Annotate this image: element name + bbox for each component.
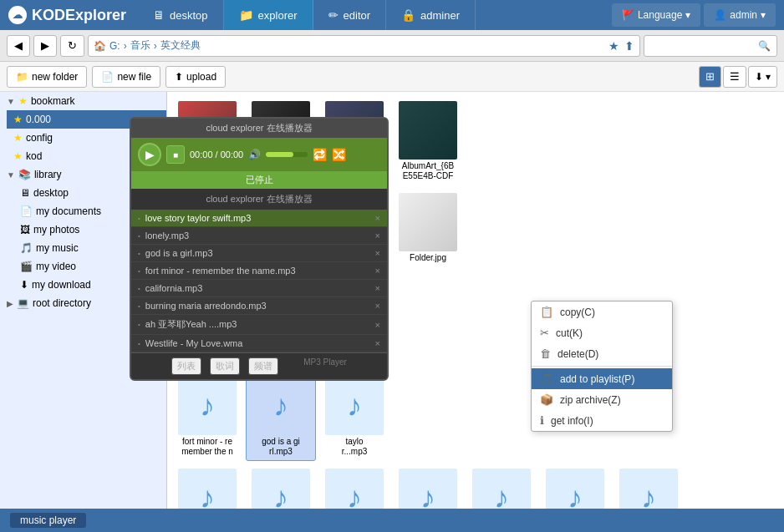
file-item-folderjpg[interactable]: Folder.jpg	[393, 189, 463, 277]
pi-dot-1: •	[138, 232, 140, 240]
pi-dot-7: •	[138, 340, 140, 347]
file-item-trouble[interactable]: ♪ trouble is a friend lenka.mp	[319, 464, 389, 509]
file-item-fortminor[interactable]: ♪ fort minor - remember the n	[172, 372, 242, 461]
sort-button[interactable]: ⬇ ▾	[748, 66, 777, 88]
pi-name-7: Westlife - My Love.wma	[145, 338, 243, 348]
player-status-text: 已停止	[246, 175, 273, 185]
ctx-delete[interactable]: 🗑 delete(D)	[532, 343, 672, 364]
stop-button[interactable]: ■	[166, 145, 185, 164]
grid-view-button[interactable]: ⊞	[699, 66, 721, 88]
info-icon: ℹ	[540, 414, 544, 427]
volume-slider[interactable]	[266, 152, 308, 157]
file-item-themass[interactable]: ♪ the mass.mp3	[246, 464, 316, 509]
file-item-prettyboy[interactable]: ♪ pretty boy.mp3	[172, 464, 242, 509]
toggle-icon: ▼	[7, 97, 15, 106]
toggle-root: ▶	[7, 299, 13, 308]
forward-button[interactable]: ▶	[33, 35, 57, 57]
new-folder-button[interactable]: 📁 new folder	[7, 66, 87, 88]
drive-path[interactable]: G:	[109, 40, 120, 52]
bookmark-star-icon: ★	[18, 95, 28, 107]
ctx-info[interactable]: ℹ get info(I)	[532, 410, 672, 431]
pi-close-3[interactable]: ×	[375, 266, 380, 276]
playlist-item-3[interactable]: • fort minor - remember the name.mp3 ×	[131, 262, 387, 280]
pi-name-6: ah 亚琴耶Yeah ....mp3	[145, 318, 237, 331]
nav-tab-editor[interactable]: ✏ editor	[313, 0, 387, 30]
player-title: cloud explorer 在线播放器	[206, 123, 312, 133]
music-note-godisagirl: ♪	[273, 388, 288, 423]
refresh-addr-icon[interactable]: ⬆	[624, 39, 634, 53]
search-icon[interactable]: 🔍	[758, 40, 771, 52]
pi-dot-3: •	[138, 267, 140, 275]
playlist-item-1[interactable]: • lonely.mp3 ×	[131, 227, 387, 245]
music-icon: 🎵	[20, 242, 33, 254]
nav-right: 🚩 Language ▾ 👤 admin ▾	[612, 3, 776, 27]
music-thumb-yesterday: ♪	[619, 469, 678, 509]
search-box[interactable]: 🔍	[644, 35, 777, 57]
desktop-icon: 🖥	[153, 8, 165, 22]
player-controls: ▶ ■ 00:00 / 00:00 🔊 🔁 🔀	[131, 138, 387, 171]
playlist-title: cloud explorer 在线播放器	[138, 193, 380, 205]
back-button[interactable]: ◀	[7, 35, 30, 57]
new-file-button[interactable]: 📄 new file	[92, 66, 160, 88]
pi-close-6[interactable]: ×	[375, 320, 380, 330]
pi-close-2[interactable]: ×	[375, 248, 380, 258]
music-player-overlay: cloud explorer 在线播放器 ▶ ■ 00:00 / 00:00 🔊…	[130, 117, 389, 381]
pi-close-0[interactable]: ×	[375, 213, 380, 223]
admin-button[interactable]: 👤 admin ▾	[704, 3, 776, 27]
playlist-item-4[interactable]: • california.mp3 ×	[131, 280, 387, 297]
cut-icon: ✂	[540, 327, 549, 339]
pi-close-1[interactable]: ×	[375, 231, 380, 241]
nav-tab-explorer[interactable]: 📁 explorer	[224, 0, 313, 30]
repeat-button[interactable]: 🔁	[313, 148, 327, 161]
pi-name-4: california.mp3	[145, 283, 202, 293]
nav-tab-adminer[interactable]: 🔒 adminer	[386, 0, 476, 30]
upload-button[interactable]: ⬆ upload	[165, 66, 226, 88]
file-item-wewillrock[interactable]: ♪ we will rock you.mp3	[466, 464, 537, 509]
ctx-zip[interactable]: 📦 zip archive(Z)	[532, 389, 672, 410]
file-item-godisagirl[interactable]: ♪ god is a girl.mp3	[246, 372, 316, 461]
ctx-info-label: get info(I)	[551, 415, 593, 427]
playlist-item-0[interactable]: • love story taylor swift.mp3 ×	[131, 210, 387, 227]
playlist-item-2[interactable]: • god is a girl.mp3 ×	[131, 245, 387, 262]
file-item-wcg[interactable]: ♪ wcg theme song.mp3	[393, 464, 463, 509]
file-row-music3: ♪ pretty boy.mp3 ♪ the mass.mp3 ♪ troubl…	[172, 464, 779, 509]
playlist-item-7[interactable]: • Westlife - My Love.wma ×	[131, 335, 387, 352]
bookmark-icon[interactable]: ★	[608, 39, 619, 53]
ctx-copy-label: copy(C)	[560, 307, 595, 318]
file-item-albumart-4[interactable]: AlbumArt_{6BE55E4B-CDF	[393, 97, 463, 185]
list-view-button[interactable]: ☰	[723, 66, 746, 88]
playlist-item-5[interactable]: • burning maria arredondo.mp3 ×	[131, 297, 387, 315]
bottom-tab-music-player[interactable]: music player	[10, 513, 86, 528]
pi-name-0: love story taylor swift.mp3	[145, 213, 252, 223]
ctx-copy[interactable]: 📋 copy(C)	[532, 301, 672, 322]
path-1[interactable]: 音乐	[130, 38, 150, 53]
language-button[interactable]: 🚩 Language ▾	[612, 3, 700, 27]
home-icon[interactable]: 🏠	[94, 40, 106, 52]
ctx-cut[interactable]: ✂ cut(K)	[532, 322, 672, 343]
playlist-item-6[interactable]: • ah 亚琴耶Yeah ....mp3 ×	[131, 315, 387, 335]
playlist-tab-button[interactable]: 列表	[171, 357, 201, 375]
file-item-whatbe[interactable]: ♪ what - be whatyou wanna.mp	[540, 464, 610, 509]
sidebar-item-bookmark[interactable]: ▼ ★ bookmark	[0, 92, 166, 110]
music-thumb-wcg: ♪	[399, 469, 457, 509]
music-thumb-fortminor: ♪	[178, 377, 237, 435]
play-button[interactable]: ▶	[138, 143, 161, 166]
spectrum-tab-button[interactable]: 频谱	[248, 357, 278, 375]
pi-close-4[interactable]: ×	[375, 283, 380, 293]
star-icon-000: ★	[13, 114, 23, 125]
file-item-taylor[interactable]: ♪ taylor...mp3	[319, 372, 389, 461]
path-2[interactable]: 英文经典	[160, 38, 201, 53]
pi-close-5[interactable]: ×	[375, 301, 380, 311]
context-menu: 📋 copy(C) ✂ cut(K) 🗑 delete(D) 🎵 add to …	[531, 301, 673, 432]
refresh-button[interactable]: ↻	[60, 35, 84, 57]
lyrics-tab-button[interactable]: 歌词	[210, 357, 240, 375]
upload-icon: ⬆	[175, 71, 183, 83]
ctx-add-playlist[interactable]: 🎵 add to playlist(P)	[532, 368, 672, 389]
address-bar[interactable]: 🏠 G: › 音乐 › 英文经典 ★ ⬆	[88, 35, 640, 57]
pi-close-7[interactable]: ×	[375, 338, 380, 348]
nav-tab-desktop[interactable]: 🖥 desktop	[138, 0, 224, 30]
search-input[interactable]	[649, 40, 758, 52]
file-item-yesterday[interactable]: ♪ yesterday_once_more.mp3	[613, 464, 684, 509]
shuffle-button[interactable]: 🔀	[332, 148, 346, 161]
pi-dot-0: •	[138, 215, 140, 222]
